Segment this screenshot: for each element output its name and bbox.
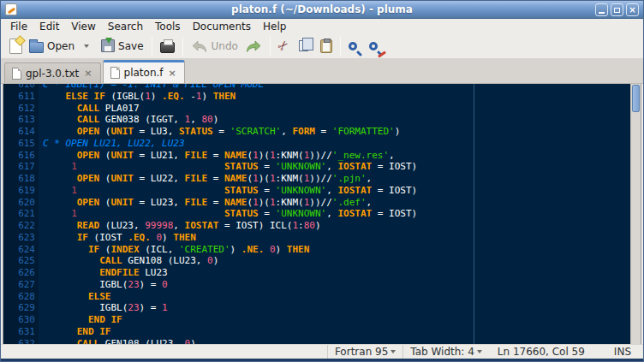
line-number: 623 [3, 232, 35, 244]
menu-search[interactable]: Search [102, 19, 149, 33]
menu-view[interactable]: View [65, 19, 101, 33]
menu-file[interactable]: File [4, 19, 33, 33]
line-number: 627 [3, 279, 35, 291]
language-label: Fortran 95 [335, 346, 388, 358]
code-line[interactable]: 629 IGBL(23) = 1 [3, 302, 630, 314]
copy-icon [299, 40, 308, 51]
line-number: 624 [3, 244, 35, 256]
language-selector[interactable]: Fortran 95 [327, 345, 402, 359]
menu-edit[interactable]: Edit [33, 19, 65, 33]
statusbar: Fortran 95 Tab Width: 4 Ln 17660, Col 59… [1, 344, 643, 361]
vertical-scrollbar[interactable] [630, 84, 641, 346]
code-line[interactable]: 611 ELSE IF (IGBL(1) .EQ. -1) THEN [3, 91, 630, 103]
print-icon [160, 42, 175, 53]
find-button[interactable] [345, 40, 361, 52]
pluma-window: platon.f (~/Downloads) - pluma × File Ed… [0, 0, 644, 362]
toolbar-separator [182, 37, 183, 56]
redo-button[interactable] [242, 38, 265, 55]
tabbar: gpl-3.0.txt × platon.f × [1, 59, 643, 84]
code-line[interactable]: 620 OPEN (UNIT = LU23, FILE = NAME(1)(1:… [3, 197, 630, 209]
undo-button[interactable]: Undo [188, 38, 242, 55]
document-icon [12, 68, 21, 80]
close-button[interactable]: × [626, 3, 639, 16]
code-line[interactable]: 619 1 STATUS = 'UNKNOWN', IOSTAT = IOST) [3, 185, 630, 197]
code-line[interactable]: 622 READ (LU23, 99998, IOSTAT = IOST) IC… [3, 220, 630, 232]
code-line[interactable]: 624 IF (INDEX (ICL, 'CREATED') .NE. 0) T… [3, 244, 630, 256]
code-line[interactable]: 631 END IF [3, 326, 630, 338]
tab-label: platon.f [124, 67, 164, 79]
code-line[interactable]: 625 CALL GEN108 (LU23, 0) [3, 255, 630, 267]
code-line[interactable]: 628 ELSE [3, 291, 630, 303]
undo-icon [191, 39, 208, 53]
replace-magnifier-icon [369, 42, 378, 50]
insert-mode-indicator: INS [593, 346, 643, 358]
line-number: 611 [3, 91, 35, 103]
tab-width-selector[interactable]: Tab Width: 4 [402, 345, 488, 359]
paste-button[interactable] [317, 38, 336, 55]
minimize-button[interactable] [595, 3, 608, 16]
line-number: 612 [3, 103, 35, 115]
open-label: Open [47, 40, 75, 52]
toolbar-separator [152, 37, 152, 56]
line-number: 620 [3, 197, 35, 209]
line-number: 622 [3, 220, 35, 232]
tab-close-icon[interactable]: × [168, 68, 177, 78]
line-number: 626 [3, 267, 35, 279]
code-line[interactable]: 616 OPEN (UNIT = LU21, FILE = NAME(1)(1:… [3, 150, 630, 162]
save-button[interactable]: Save [98, 38, 146, 54]
open-dropdown-button[interactable] [78, 43, 92, 50]
minimize-icon [599, 12, 605, 14]
line-number: 613 [3, 114, 35, 126]
code-line[interactable]: 615C * OPEN LU21, LU22, LU23 [3, 138, 630, 150]
line-number: 619 [3, 185, 35, 197]
menu-help[interactable]: Help [257, 19, 292, 33]
print-button[interactable] [157, 37, 178, 55]
code-line[interactable]: 610C * IGBL(1) = -1: INIT & FILE OPEN MO… [3, 84, 630, 91]
code-line[interactable]: 626 ENDFILE LU23 [3, 267, 630, 279]
line-number: 618 [3, 173, 35, 185]
line-number: 630 [3, 314, 35, 326]
code-line[interactable]: 630 END IF [3, 314, 630, 326]
close-icon: × [629, 6, 635, 15]
toolbar-separator [270, 37, 271, 56]
replace-button[interactable] [366, 40, 381, 52]
code-line[interactable]: 621 1 STATUS = 'UNKNOWN', IOSTAT = IOST) [3, 208, 630, 220]
code-line[interactable]: 618 OPEN (UNIT = LU22, FILE = NAME(1)(1:… [3, 173, 630, 185]
save-label: Save [118, 40, 143, 52]
scrollbar-thumb[interactable] [632, 85, 640, 112]
line-number: 628 [3, 291, 35, 303]
save-icon [101, 39, 115, 52]
maximize-button[interactable] [611, 3, 623, 16]
chevron-down-icon [391, 350, 396, 353]
open-button[interactable]: Open [26, 38, 78, 55]
menu-documents[interactable]: Documents [187, 19, 257, 33]
line-number: 615 [3, 138, 35, 150]
code-lines: 610C * IGBL(1) = -1: INIT & FILE OPEN MO… [3, 84, 630, 346]
toolbar-separator [340, 37, 341, 56]
text-editor-area[interactable]: 610C * IGBL(1) = -1: INIT & FILE OPEN MO… [3, 84, 641, 346]
code-line[interactable]: 612 CALL PLA017 [3, 103, 630, 115]
paste-clipboard-icon [320, 39, 332, 53]
tab-width-label: Tab Width: 4 [410, 346, 474, 358]
code-line[interactable]: 627 IGBL(23) = 0 [3, 279, 630, 291]
line-number: 614 [3, 126, 35, 138]
tab-platon.f[interactable]: platon.f × [103, 60, 185, 83]
search-magnifier-icon [349, 42, 357, 50]
line-number: 621 [3, 208, 35, 220]
code-line[interactable]: 623 IF (IOST .EQ. 0) THEN [3, 232, 630, 244]
menubar: File Edit View Search Tools Documents He… [1, 19, 643, 33]
tab-label: gpl-3.0.txt [26, 68, 79, 80]
cut-scissors-icon: ✂ [275, 38, 292, 55]
tab-close-icon[interactable]: × [83, 68, 92, 78]
code-line[interactable]: 614 OPEN (UNIT = LU3, STATUS = 'SCRATCH'… [3, 126, 630, 138]
menu-tools[interactable]: Tools [149, 19, 187, 33]
code-line[interactable]: 613 CALL GEN038 (IGGT, 1, 80) [3, 114, 630, 126]
tab-gpl-3.0.txt[interactable]: gpl-3.0.txt × [4, 62, 101, 83]
new-document-button[interactable] [6, 37, 26, 56]
new-document-icon [9, 39, 22, 54]
toolbar: Open Save Undo ✂ [1, 33, 643, 59]
cut-button[interactable]: ✂ [275, 38, 293, 54]
copy-button[interactable] [295, 39, 315, 53]
code-line[interactable]: 617 1 STATUS = 'UNKNOWN', IOSTAT = IOST) [3, 161, 630, 173]
titlebar[interactable]: platon.f (~/Downloads) - pluma × [1, 1, 643, 19]
